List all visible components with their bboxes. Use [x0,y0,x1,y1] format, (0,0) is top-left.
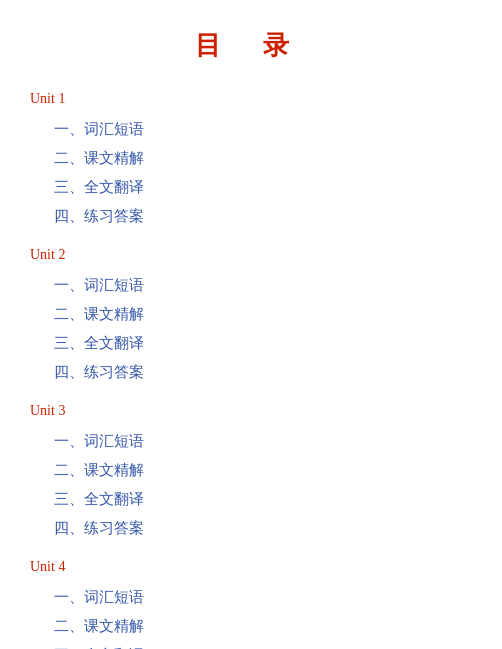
menu-item-unit3-3[interactable]: 三、全文翻译 [30,485,472,514]
menu-item-unit2-4[interactable]: 四、练习答案 [30,358,472,387]
menu-item-unit3-2[interactable]: 二、课文精解 [30,456,472,485]
menu-item-unit2-2[interactable]: 二、课文精解 [30,300,472,329]
menu-item-unit1-3[interactable]: 三、全文翻译 [30,173,472,202]
unit-label-3: Unit 3 [30,403,472,419]
menu-item-unit1-1[interactable]: 一、词汇短语 [30,115,472,144]
unit-block-4: Unit 4一、词汇短语二、课文精解三、全文翻译 [30,559,472,649]
toc-container: Unit 1一、词汇短语二、课文精解三、全文翻译四、练习答案Unit 2一、词汇… [30,91,472,649]
menu-item-unit4-2[interactable]: 二、课文精解 [30,612,472,641]
unit-block-2: Unit 2一、词汇短语二、课文精解三、全文翻译四、练习答案 [30,247,472,387]
menu-item-unit1-4[interactable]: 四、练习答案 [30,202,472,231]
menu-item-unit4-3[interactable]: 三、全文翻译 [30,641,472,649]
unit-label-2: Unit 2 [30,247,472,263]
menu-item-unit3-1[interactable]: 一、词汇短语 [30,427,472,456]
page-title: 目 录 [30,28,472,63]
unit-block-1: Unit 1一、词汇短语二、课文精解三、全文翻译四、练习答案 [30,91,472,231]
menu-item-unit2-1[interactable]: 一、词汇短语 [30,271,472,300]
menu-item-unit4-1[interactable]: 一、词汇短语 [30,583,472,612]
menu-item-unit3-4[interactable]: 四、练习答案 [30,514,472,543]
unit-label-1: Unit 1 [30,91,472,107]
menu-item-unit1-2[interactable]: 二、课文精解 [30,144,472,173]
unit-block-3: Unit 3一、词汇短语二、课文精解三、全文翻译四、练习答案 [30,403,472,543]
menu-item-unit2-3[interactable]: 三、全文翻译 [30,329,472,358]
unit-label-4: Unit 4 [30,559,472,575]
